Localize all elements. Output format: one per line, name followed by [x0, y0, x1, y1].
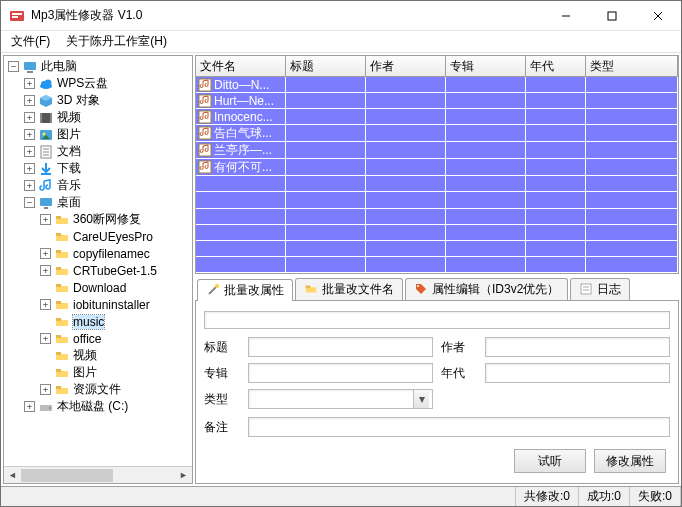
wand-icon — [206, 283, 220, 297]
expand-icon[interactable]: + — [40, 384, 51, 395]
tree-item[interactable]: −桌面 — [4, 194, 192, 211]
input-remark[interactable] — [248, 417, 670, 437]
maximize-button[interactable] — [589, 1, 635, 30]
chevron-down-icon[interactable]: ▾ — [413, 390, 429, 408]
input-title[interactable] — [248, 337, 433, 357]
close-button[interactable] — [635, 1, 681, 30]
main-area: −此电脑+WPS云盘+3D 对象+视频+图片+文档+下载+音乐−桌面+360断网… — [1, 53, 681, 486]
expand-icon[interactable]: + — [24, 180, 35, 191]
preview-button[interactable]: 试听 — [514, 449, 586, 473]
input-author[interactable] — [485, 337, 670, 357]
tree-item[interactable]: +CRTubeGet-1.5 — [4, 262, 192, 279]
svg-rect-27 — [56, 216, 61, 219]
svg-rect-30 — [56, 267, 61, 270]
grid-row[interactable]: Hurt—Ne... — [196, 93, 678, 109]
menu-about[interactable]: 关于陈丹工作室(H) — [62, 31, 171, 52]
tree-item[interactable]: +图片 — [4, 126, 192, 143]
collapse-icon[interactable]: − — [8, 61, 19, 72]
grid-row[interactable]: Ditto—N... — [196, 77, 678, 93]
tree-item[interactable]: +本地磁盘 (C:) — [4, 398, 192, 415]
grid-cell — [446, 159, 526, 175]
path-field[interactable] — [204, 311, 670, 329]
grid-header-cell[interactable]: 专辑 — [446, 56, 526, 76]
expand-icon[interactable]: + — [24, 129, 35, 140]
minimize-button[interactable] — [543, 1, 589, 30]
tree-item[interactable]: +3D 对象 — [4, 92, 192, 109]
expand-icon[interactable]: + — [24, 78, 35, 89]
tree-item[interactable]: +音乐 — [4, 177, 192, 194]
grid-cell — [526, 142, 586, 158]
combo-type[interactable]: ▾ — [248, 389, 433, 409]
apply-button[interactable]: 修改属性 — [594, 449, 666, 473]
input-album[interactable] — [248, 363, 433, 383]
expander-spacer — [40, 231, 51, 242]
treeview[interactable]: −此电脑+WPS云盘+3D 对象+视频+图片+文档+下载+音乐−桌面+360断网… — [4, 56, 192, 466]
folder-icon — [54, 348, 70, 364]
tree-item[interactable]: +office — [4, 330, 192, 347]
tree-item[interactable]: −此电脑 — [4, 58, 192, 75]
grid-header-cell[interactable]: 类型 — [586, 56, 678, 76]
grid-cell — [586, 142, 678, 158]
collapse-icon[interactable]: − — [24, 197, 35, 208]
grid-cell — [366, 159, 446, 175]
tree-item[interactable]: +下载 — [4, 160, 192, 177]
grid-row[interactable]: 兰亭序—... — [196, 142, 678, 159]
scroll-track[interactable] — [21, 467, 175, 483]
grid-cell — [366, 142, 446, 158]
grid-row-empty — [196, 209, 678, 225]
tree-item-label: office — [73, 332, 101, 346]
tree-item[interactable]: +copyfilenamec — [4, 245, 192, 262]
grid-header-cell[interactable]: 文件名 — [196, 56, 286, 76]
expand-icon[interactable]: + — [40, 299, 51, 310]
tag-icon — [414, 282, 428, 296]
tree-scrollbar[interactable]: ◄ ► — [4, 466, 192, 483]
grid-header-cell[interactable]: 作者 — [366, 56, 446, 76]
scroll-thumb[interactable] — [21, 469, 113, 482]
tree-item[interactable]: Download — [4, 279, 192, 296]
tree-item[interactable]: +视频 — [4, 109, 192, 126]
input-year[interactable] — [485, 363, 670, 383]
tree-item[interactable]: +资源文件 — [4, 381, 192, 398]
menu-file[interactable]: 文件(F) — [7, 31, 54, 52]
grid-row[interactable]: Innocenc... — [196, 109, 678, 125]
svg-rect-50 — [581, 284, 591, 294]
scroll-left-icon[interactable]: ◄ — [4, 467, 21, 483]
expand-icon[interactable]: + — [40, 214, 51, 225]
tree-item[interactable]: CareUEyesPro — [4, 228, 192, 245]
grid-cell: Ditto—N... — [196, 77, 286, 92]
grid-cell: Innocenc... — [196, 109, 286, 124]
tree-item[interactable]: +iobituninstaller — [4, 296, 192, 313]
tree-item[interactable]: +文档 — [4, 143, 192, 160]
grid-row[interactable]: 有何不可... — [196, 159, 678, 176]
grid-row[interactable]: 告白气球... — [196, 125, 678, 142]
tab-1[interactable]: 批量改文件名 — [295, 278, 403, 300]
expand-icon[interactable]: + — [24, 112, 35, 123]
grid-header-cell[interactable]: 标题 — [286, 56, 366, 76]
mp3-file-icon — [198, 126, 212, 140]
expand-icon[interactable]: + — [40, 333, 51, 344]
tree-item[interactable]: 图片 — [4, 364, 192, 381]
expand-icon[interactable]: + — [24, 163, 35, 174]
right-panel: 文件名标题作者专辑年代类型 Ditto—N...Hurt—Ne...Innoce… — [195, 55, 679, 484]
expand-icon[interactable]: + — [40, 248, 51, 259]
grid-body[interactable]: Ditto—N...Hurt—Ne...Innocenc...告白气球...兰亭… — [196, 77, 678, 273]
tab-2[interactable]: 属性编辑（ID3v2优先） — [405, 278, 568, 300]
expand-icon[interactable]: + — [24, 401, 35, 412]
tabbar: 批量改属性批量改文件名属性编辑（ID3v2优先）日志 — [195, 278, 679, 301]
tree-panel: −此电脑+WPS云盘+3D 对象+视频+图片+文档+下载+音乐−桌面+360断网… — [3, 55, 193, 484]
scroll-right-icon[interactable]: ► — [175, 467, 192, 483]
grid-header-cell[interactable]: 年代 — [526, 56, 586, 76]
tree-item[interactable]: +WPS云盘 — [4, 75, 192, 92]
tab-0[interactable]: 批量改属性 — [197, 279, 293, 301]
tree-item[interactable]: +360断网修复 — [4, 211, 192, 228]
tree-item[interactable]: 视频 — [4, 347, 192, 364]
svg-rect-33 — [56, 318, 61, 321]
svg-rect-7 — [24, 62, 36, 70]
tree-item-label: 此电脑 — [41, 58, 77, 75]
tree-item[interactable]: music — [4, 313, 192, 330]
grid-cell: Hurt—Ne... — [196, 93, 286, 108]
tab-3[interactable]: 日志 — [570, 278, 630, 300]
expand-icon[interactable]: + — [40, 265, 51, 276]
expand-icon[interactable]: + — [24, 95, 35, 106]
expand-icon[interactable]: + — [24, 146, 35, 157]
